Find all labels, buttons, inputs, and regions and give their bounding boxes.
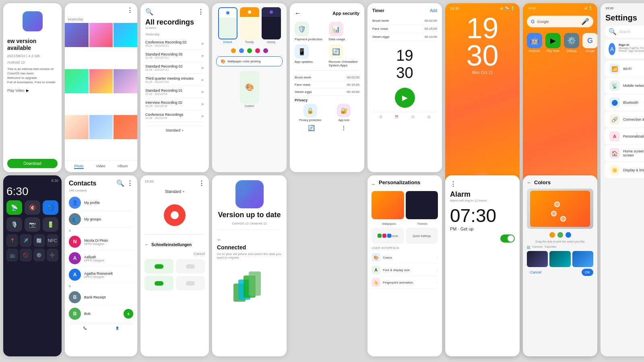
- qs-mobile-data[interactable]: 📡: [6, 200, 22, 215]
- security-data[interactable]: 📊 Data usage: [329, 22, 360, 41]
- recording-item-2[interactable]: Standard Recording 05 01:35 · 2021/07/11…: [145, 50, 204, 62]
- qs-bluetooth-qs[interactable]: 🔵: [43, 200, 58, 215]
- timer-add-button[interactable]: Add: [430, 8, 437, 13]
- recording-std-more[interactable]: ⋮: [198, 179, 205, 187]
- gallery-cell-6[interactable]: [114, 69, 137, 93]
- recording-item-6[interactable]: Interview Recording 02 00:29 · 2021/07/8…: [145, 98, 204, 110]
- recording-item-7[interactable]: Conference Recordings 01:28 · 2021/07/8 …: [145, 110, 204, 122]
- theme-trendy[interactable]: Trendy: [240, 7, 259, 43]
- contacts-search-icon[interactable]: 🔍: [116, 179, 124, 187]
- color-pick-dot-3[interactable]: [560, 216, 566, 222]
- wallpaper-thumb-1[interactable]: [527, 251, 548, 267]
- recording-item-4[interactable]: Third quarter meeting minutes 01:25 · 20…: [145, 74, 204, 86]
- timer-facemask-row[interactable]: Face mask 00:15:00: [372, 25, 437, 33]
- settings-homescreen[interactable]: 🏠 Home screen & Lock screen ›: [605, 145, 644, 161]
- recording-item-1[interactable]: Conference Recording 02 00:24 · 2021/07/…: [145, 38, 204, 50]
- contact-nicola[interactable]: N Nicola Di Pinto OPPO Designer: [69, 234, 133, 250]
- contact-my-profile[interactable]: 👤 My profile: [69, 195, 133, 211]
- themes-preview[interactable]: [406, 191, 438, 219]
- contact-aaliyah[interactable]: A Aaliyah OPPO Designer: [69, 250, 133, 267]
- qs-dnd[interactable]: 🚫: [20, 249, 31, 261]
- schnell-cancel-btn[interactable]: Cancel: [194, 252, 205, 256]
- recording-mode-arrow[interactable]: ▾: [182, 129, 184, 132]
- app-google[interactable]: G Google: [582, 33, 597, 52]
- play-video-label[interactable]: Play Video: [7, 88, 25, 93]
- search-icon[interactable]: 🔍: [145, 8, 153, 16]
- personalizations-back-icon[interactable]: ←: [372, 181, 376, 187]
- gallery-cell-5[interactable]: [89, 69, 113, 93]
- settings-sign-in-item[interactable]: A Sign in Manage PayPal, Find Cloud, Fin…: [605, 40, 644, 58]
- timer-eggs-row[interactable]: Steam eggs 00:10:00: [372, 33, 437, 41]
- wallpaper-cancel-button[interactable]: Cancel: [527, 269, 545, 276]
- app-lock[interactable]: 🔐 App lock: [328, 104, 360, 121]
- qs-default[interactable]: ⚙️: [33, 249, 45, 261]
- personalizations-font[interactable]: A Font & display size ›: [372, 264, 438, 276]
- app-playstore[interactable]: ▶ Play Store: [545, 33, 561, 52]
- wallpapers-preview[interactable]: [372, 191, 404, 219]
- recording-mode-selector[interactable]: Standard ▾: [165, 189, 185, 194]
- schnell-toggle-3[interactable]: [144, 276, 173, 290]
- security-payment[interactable]: 🛡️ Payment protection: [295, 22, 326, 41]
- homescreen-search-bar[interactable]: G Google 🎤: [527, 16, 593, 27]
- personalizations-fingerprint[interactable]: 👆 Fingerprint animation ›: [372, 276, 438, 289]
- settings-display[interactable]: ☀️ Display & brightness ›: [605, 162, 644, 178]
- app-settings-home[interactable]: ⚙️ Settings: [564, 33, 579, 52]
- schnell-toggle-1[interactable]: [144, 259, 173, 274]
- settings-search-bar[interactable]: 🔍 Search: [605, 26, 644, 37]
- privacy-protection[interactable]: 🔒 Privacy protection: [295, 104, 326, 121]
- contact-bank[interactable]: B Bank Receipt: [69, 289, 133, 306]
- qs-screen[interactable]: 📺: [6, 249, 18, 261]
- wallpaper-ok-button[interactable]: OK: [582, 269, 593, 276]
- contact-add-button[interactable]: +: [124, 309, 133, 319]
- settings-wifi[interactable]: 📶 Wi-Fi OPPO ›: [605, 61, 644, 77]
- settings-search-placeholder[interactable]: Search: [619, 30, 631, 34]
- color-dot-green[interactable]: [557, 232, 563, 238]
- color-pick-dot-1[interactable]: [554, 202, 560, 207]
- personalizations-colors[interactable]: 🎨 Colors ›: [372, 251, 438, 264]
- qs-airplane[interactable]: ✈️: [20, 234, 31, 247]
- gallery-more-icon[interactable]: ⋮: [127, 6, 133, 14]
- qs-rotate[interactable]: 🔄: [33, 234, 45, 247]
- timer-nav-clock[interactable]: 🕐: [411, 115, 415, 119]
- gallery-tab-album[interactable]: Album: [118, 164, 128, 169]
- app-assistant[interactable]: 🤖 Assistant: [527, 33, 542, 52]
- wallpaper-thumb-3[interactable]: [572, 251, 593, 267]
- qs-extra[interactable]: ➕: [47, 249, 58, 261]
- contact-bob[interactable]: B Bob +: [69, 306, 133, 322]
- timer-brush-row[interactable]: Brush teeth 00:02:00: [372, 17, 437, 25]
- schnell-back-icon[interactable]: ←: [144, 242, 149, 247]
- color-dot-orange[interactable]: [549, 232, 555, 238]
- gallery-cell-9[interactable]: [114, 115, 137, 139]
- icons-item[interactable]: Icons: [372, 228, 404, 244]
- wallpaper-thumb-2[interactable]: [549, 251, 570, 267]
- wallpaper-tab-camera[interactable]: Camera: [533, 245, 543, 249]
- timer-nav-stopwatch[interactable]: ⏰: [395, 115, 398, 119]
- theme-default[interactable]: Default: [218, 7, 237, 43]
- gallery-cell-2[interactable]: [89, 23, 113, 47]
- wallpaper-tab-favorites[interactable]: Favorites: [545, 245, 557, 249]
- qs-silent[interactable]: 🔇: [25, 200, 40, 215]
- recording-record-button[interactable]: [164, 204, 186, 226]
- more-icon[interactable]: ⋮: [341, 125, 347, 131]
- qs-power[interactable]: 🔋: [43, 217, 58, 232]
- wallpaper-tab-all[interactable]: All: [527, 245, 530, 249]
- gallery-tab-video[interactable]: Video: [96, 164, 105, 169]
- security-back-icon[interactable]: ←: [295, 10, 301, 17]
- timer-nav-timer[interactable]: ⏱️: [379, 115, 382, 119]
- qs-item[interactable]: Quick Settings: [406, 228, 438, 244]
- gallery-cell-1[interactable]: [65, 23, 89, 47]
- qs-camera[interactable]: 📷: [25, 217, 40, 232]
- settings-bluetooth[interactable]: 🔵 Bluetooth Not connected ›: [605, 95, 644, 111]
- contacts-tab-contacts[interactable]: 👤: [116, 327, 119, 330]
- recording-item-5[interactable]: Standard Recording 01 07:20 · 2021/07/9 …: [145, 86, 204, 98]
- color-pick-dot-2[interactable]: [551, 211, 557, 216]
- gallery-cell-8[interactable]: [89, 115, 113, 139]
- security-recover[interactable]: 🔄 Recover Uninstalled System Apps: [329, 44, 360, 67]
- contacts-more-icon[interactable]: ⋮: [127, 179, 133, 187]
- contacts-tab-phone[interactable]: 📞: [83, 327, 87, 330]
- gallery-cell-7[interactable]: [65, 115, 89, 139]
- gallery-cell-3[interactable]: [114, 23, 137, 47]
- color-dot-blue[interactable]: [566, 232, 571, 238]
- timer-nav-other[interactable]: ⏲️: [427, 115, 431, 119]
- google-mic-icon[interactable]: 🎤: [581, 18, 589, 25]
